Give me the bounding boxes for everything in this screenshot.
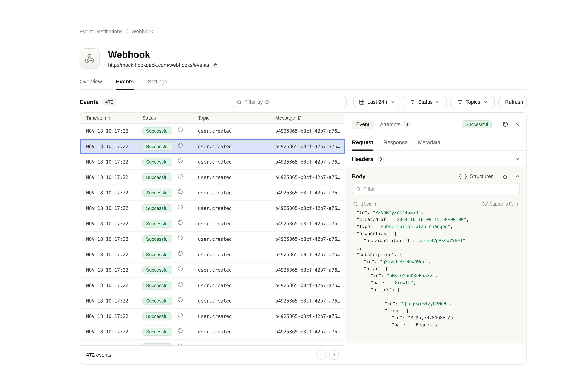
tab-events[interactable]: Events: [116, 78, 134, 89]
chevron-down-icon[interactable]: [515, 156, 520, 162]
headers-label: Headers: [352, 156, 373, 162]
topics-filter-button[interactable]: Topics: [450, 96, 495, 108]
structured-toggle[interactable]: Structured: [470, 173, 494, 179]
event-row[interactable]: NOV 18 10:17:22Successfuluser.createdb49…: [80, 247, 345, 262]
topics-filter-label: Topics: [466, 99, 480, 105]
events-count-badge: 472: [102, 98, 116, 106]
retry-icon[interactable]: [178, 266, 183, 272]
tab-overview[interactable]: Overview: [80, 78, 102, 89]
status-badge: Successful: [142, 250, 172, 259]
json-line: "created_at": "2024-10-10T09:15:50+00:00…: [353, 216, 519, 223]
breadcrumb-webhook[interactable]: Webhook: [132, 28, 153, 34]
retry-icon[interactable]: [178, 297, 183, 302]
row-message-id: b4925365-b8cf-42b7-a76…: [275, 159, 345, 164]
divider: [497, 120, 498, 129]
row-topic: user.created: [198, 298, 275, 304]
row-message-id: b4925365-b8cf-42b7-a76…: [275, 206, 345, 211]
body-filter-input[interactable]: [352, 184, 520, 194]
row-status: Successful: [142, 266, 198, 274]
row-topic: user.created: [198, 344, 275, 345]
prev-page-button[interactable]: [316, 350, 326, 360]
filter-by-id-field[interactable]: [244, 99, 342, 105]
subtab-request[interactable]: Request: [352, 139, 373, 150]
row-timestamp: NOV 18 10:17:22: [80, 236, 142, 242]
row-topic: user.created: [198, 221, 275, 226]
events-panel: Timestamp Status Topic Message ID NOV 18…: [80, 112, 527, 364]
retry-icon[interactable]: [178, 235, 183, 241]
event-detail-panel: Event Attempts 3 Successful: [345, 113, 526, 364]
row-message-id: b4925365-b8cf-42b7-a76…: [275, 128, 345, 134]
page-tabs: Overview Events Settings: [80, 78, 527, 90]
column-message-id: Message ID: [275, 115, 345, 121]
event-row[interactable]: NOV 18 10:17:22Successfuluser.createdb49…: [80, 340, 345, 345]
chevron-up-icon[interactable]: [515, 174, 520, 179]
status-badge: Successful: [142, 328, 172, 336]
body-section: Body { } Structured: [346, 168, 526, 344]
retry-icon[interactable]: [178, 158, 183, 164]
retry-icon[interactable]: [178, 220, 183, 225]
events-table: Timestamp Status Topic Message ID NOV 18…: [80, 113, 345, 364]
body-filter-field[interactable]: [364, 186, 516, 192]
status-badge: Successful: [142, 297, 172, 305]
event-row[interactable]: NOV 18 10:17:22Successfuluser.createdb49…: [80, 232, 345, 247]
retry-icon[interactable]: [178, 142, 183, 148]
row-status: Successful: [142, 343, 198, 346]
event-row[interactable]: NOV 18 10:17:22Successfuluser.createdb49…: [80, 262, 345, 278]
event-row[interactable]: NOV 18 10:17:22Successfuluser.createdb49…: [80, 170, 345, 185]
retry-icon[interactable]: [178, 250, 183, 256]
retry-icon[interactable]: [178, 127, 183, 133]
filter-lines-icon: [457, 99, 463, 105]
time-range-button[interactable]: Last 24h: [353, 96, 400, 108]
retry-icon[interactable]: [178, 312, 183, 318]
status-filter-button[interactable]: Status: [403, 96, 447, 108]
event-row[interactable]: NOV 18 10:17:22Successfuluser.createdb49…: [80, 139, 345, 154]
event-row[interactable]: NOV 18 10:17:22Successfuluser.createdb49…: [80, 201, 345, 216]
close-icon[interactable]: [514, 122, 520, 127]
status-badge: Successful: [142, 158, 172, 166]
tab-settings[interactable]: Settings: [148, 78, 167, 89]
retry-icon[interactable]: [178, 282, 183, 287]
subtab-metadata[interactable]: Metadata: [418, 139, 440, 150]
retry-icon[interactable]: [178, 189, 183, 194]
event-row[interactable]: NOV 18 10:17:22Successfuluser.createdb49…: [80, 185, 345, 201]
retry-icon[interactable]: [178, 343, 183, 346]
row-message-id: b4925365-b8cf-42b7-a76…: [275, 252, 345, 257]
event-row[interactable]: NOV 18 10:17:22Successfuluser.createdb49…: [80, 124, 345, 139]
filter-by-id-input[interactable]: [232, 96, 347, 108]
breadcrumb-separator: /: [126, 28, 128, 34]
retry-icon[interactable]: [178, 204, 183, 210]
json-line: "name": "Requests": [353, 321, 519, 328]
copy-url-icon[interactable]: [212, 62, 218, 68]
json-line: "plan": {: [353, 265, 519, 272]
event-row[interactable]: NOV 18 10:17:22Successfuluser.createdb49…: [80, 154, 345, 170]
breadcrumb-event-destinations[interactable]: Event Destinations: [80, 28, 122, 34]
chevron-down-icon: [483, 100, 488, 104]
copy-body-icon[interactable]: [502, 174, 507, 179]
collapse-all-button[interactable]: Collapse all ↑: [482, 202, 519, 206]
row-status: Successful: [142, 220, 198, 228]
retry-icon[interactable]: [178, 328, 183, 334]
event-row[interactable]: NOV 18 10:17:22Successfuluser.createdb49…: [80, 324, 345, 340]
json-root-toggle[interactable]: {1 item ↑: [353, 202, 377, 206]
row-message-id: b4925365-b8cf-42b7-a76…: [275, 344, 345, 345]
retry-icon[interactable]: [178, 173, 183, 179]
json-line: "id": "gSjvn6eQTBewNWcr",: [353, 258, 519, 265]
table-header: Timestamp Status Topic Message ID: [80, 113, 345, 124]
event-row[interactable]: NOV 18 10:17:22Successfuluser.createdb49…: [80, 294, 345, 309]
tab-attempts[interactable]: Attempts 3: [380, 121, 410, 128]
row-timestamp: NOV 18 10:17:22: [80, 144, 142, 149]
refresh-button[interactable]: Refresh: [498, 96, 527, 108]
subtab-response[interactable]: Response: [384, 139, 408, 150]
event-row[interactable]: NOV 18 10:17:22Successfuluser.createdb49…: [80, 278, 345, 294]
webhook-icon: [84, 53, 95, 64]
retry-event-icon[interactable]: [503, 122, 508, 127]
event-row[interactable]: NOV 18 10:17:22Successfuluser.createdb49…: [80, 309, 345, 324]
next-page-button[interactable]: [330, 350, 339, 360]
footer-label: events: [96, 352, 112, 358]
tab-event[interactable]: Event: [352, 120, 374, 129]
json-line: }: [353, 328, 519, 335]
row-timestamp: NOV 18 10:17:22: [80, 329, 142, 334]
json-line: "subscription": {: [353, 251, 519, 258]
headers-section[interactable]: Headers 3: [346, 151, 526, 168]
event-row[interactable]: NOV 18 10:17:22Successfuluser.createdb49…: [80, 216, 345, 232]
